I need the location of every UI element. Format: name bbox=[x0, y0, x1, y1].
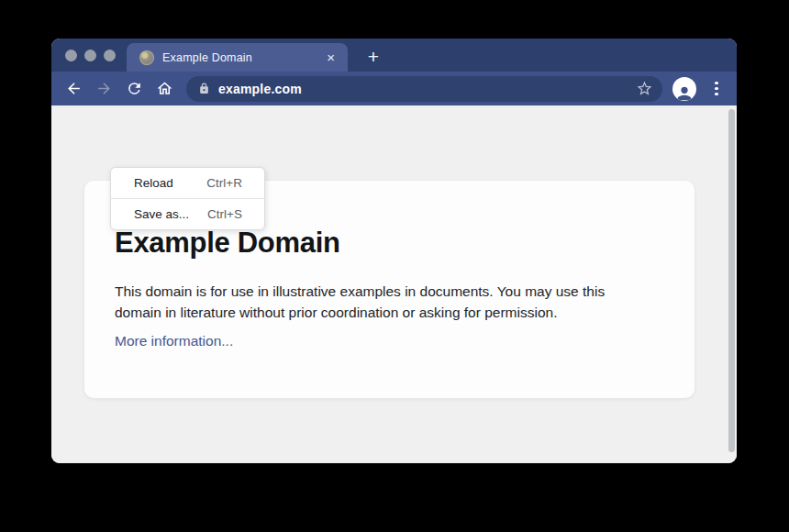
address-bar[interactable]: example.com bbox=[186, 76, 662, 102]
tab-example-domain[interactable]: Example Domain × bbox=[127, 43, 348, 72]
window-controls bbox=[51, 39, 127, 72]
more-information-link[interactable]: More information... bbox=[115, 333, 233, 349]
context-menu: Reload Ctrl+R Save as... Ctrl+S bbox=[110, 167, 265, 230]
reload-button[interactable] bbox=[119, 75, 150, 103]
back-arrow-icon bbox=[65, 80, 83, 97]
lock-icon bbox=[198, 83, 210, 94]
profile-avatar-icon[interactable] bbox=[672, 77, 696, 101]
back-button[interactable] bbox=[59, 75, 89, 103]
browser-menu-button[interactable] bbox=[707, 77, 726, 101]
forward-button[interactable] bbox=[89, 75, 119, 103]
browser-toolbar: example.com bbox=[51, 72, 737, 105]
window-maximize-button[interactable] bbox=[104, 50, 116, 61]
shortcut-label: Ctrl+R bbox=[206, 176, 242, 190]
page-body-text: This domain is for use in illustrative e… bbox=[115, 281, 605, 323]
context-menu-item-reload[interactable]: Reload Ctrl+R bbox=[111, 168, 264, 198]
shortcut-label: Ctrl+S bbox=[207, 207, 242, 221]
page-title: Example Domain bbox=[115, 227, 340, 260]
home-button[interactable] bbox=[150, 75, 180, 103]
reload-icon bbox=[126, 80, 143, 97]
forward-arrow-icon bbox=[95, 80, 113, 97]
tab-title: Example Domain bbox=[162, 51, 324, 64]
window-minimize-button[interactable] bbox=[84, 50, 96, 61]
home-icon bbox=[156, 80, 173, 97]
scrollbar-thumb[interactable] bbox=[728, 109, 735, 452]
favicon-globe-icon bbox=[139, 50, 154, 65]
url-text[interactable]: example.com bbox=[218, 82, 636, 96]
tab-close-icon[interactable]: × bbox=[324, 50, 338, 65]
bookmark-star-icon[interactable] bbox=[636, 80, 653, 97]
window-close-button[interactable] bbox=[65, 50, 77, 61]
new-tab-button[interactable]: + bbox=[361, 45, 385, 69]
tab-strip: Example Domain × + bbox=[51, 39, 737, 72]
context-menu-item-save-as[interactable]: Save as... Ctrl+S bbox=[111, 199, 264, 229]
page-viewport: Example Domain This domain is for use in… bbox=[51, 105, 737, 463]
browser-window: Example Domain × + example.com bbox=[51, 39, 737, 463]
